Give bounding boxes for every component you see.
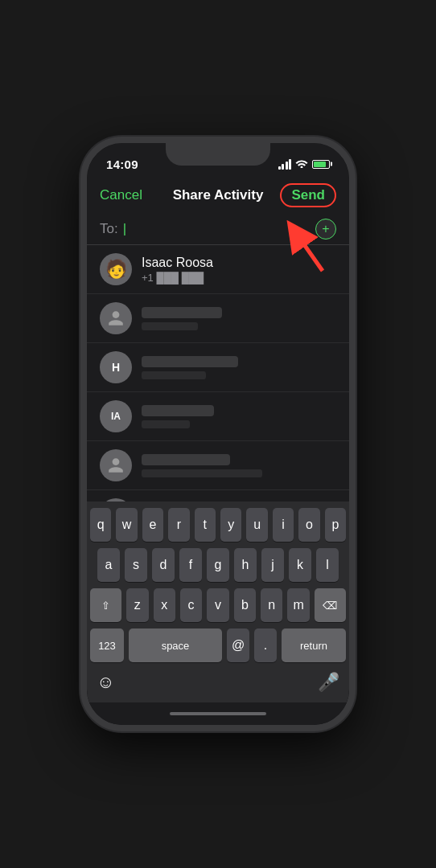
home-indicator xyxy=(87,702,349,725)
key-h[interactable]: h xyxy=(234,548,257,582)
contact-name-blurred xyxy=(142,405,214,416)
keyboard-bottom: ☺ 🎤 xyxy=(90,669,346,699)
mic-key[interactable]: 🎤 xyxy=(318,672,339,693)
contact-list: 🧑 Isaac Roosa +1 ███ ███ xyxy=(87,245,349,502)
contact-name-blurred xyxy=(142,454,230,465)
key-i[interactable]: i xyxy=(273,508,294,542)
avatar xyxy=(100,449,132,481)
key-b[interactable]: b xyxy=(234,588,256,622)
signal-icon xyxy=(278,159,292,170)
to-label: To: xyxy=(100,221,118,237)
screen: 14:09 Cancel S xyxy=(87,143,349,725)
keyboard-row-1: q w e r t y u i o p xyxy=(90,508,346,542)
space-key[interactable]: space xyxy=(129,628,222,662)
key-z[interactable]: z xyxy=(126,588,148,622)
key-r[interactable]: r xyxy=(168,508,189,542)
list-item[interactable] xyxy=(87,441,349,490)
key-n[interactable]: n xyxy=(261,588,282,622)
contact-info xyxy=(142,307,336,330)
key-c[interactable]: c xyxy=(180,588,202,622)
list-item[interactable]: H xyxy=(87,343,349,392)
phone-frame: 14:09 Cancel S xyxy=(80,137,356,731)
status-icons xyxy=(278,158,331,170)
send-button[interactable]: Send xyxy=(280,183,336,207)
add-recipient-button[interactable]: + xyxy=(315,219,336,240)
key-l[interactable]: l xyxy=(316,548,339,582)
key-f[interactable]: f xyxy=(179,548,202,582)
key-j[interactable]: j xyxy=(261,548,284,582)
key-s[interactable]: s xyxy=(125,548,147,582)
avatar: 🧑 xyxy=(100,253,132,285)
to-input[interactable]: | xyxy=(123,221,126,237)
avatar: IA xyxy=(100,400,132,432)
battery-icon xyxy=(312,160,330,169)
contact-name-blurred xyxy=(142,356,238,367)
contact-info xyxy=(142,454,336,477)
key-k[interactable]: k xyxy=(289,548,311,582)
key-v[interactable]: v xyxy=(207,588,228,622)
list-item[interactable] xyxy=(87,490,349,502)
list-item[interactable] xyxy=(87,294,349,343)
contact-sub-blurred xyxy=(142,322,198,330)
key-p[interactable]: p xyxy=(325,508,346,542)
page-title: Share Activity xyxy=(173,187,264,203)
key-a[interactable]: a xyxy=(97,548,120,582)
contact-sub-blurred xyxy=(142,469,262,477)
contact-sub-blurred xyxy=(142,420,190,428)
key-g[interactable]: g xyxy=(207,548,229,582)
keyboard: q w e r t y u i o p a s d f g h j k xyxy=(87,502,349,702)
key-x[interactable]: x xyxy=(154,588,175,622)
status-bar: 14:09 xyxy=(87,143,349,178)
nav-bar: Cancel Share Activity Send xyxy=(87,178,349,214)
status-time: 14:09 xyxy=(106,158,138,171)
delete-key[interactable]: ⌫ xyxy=(315,588,346,622)
shift-key[interactable]: ⇧ xyxy=(90,588,121,622)
emoji-key[interactable]: ☺ xyxy=(97,672,114,693)
wifi-icon xyxy=(295,158,308,170)
key-u[interactable]: u xyxy=(246,508,267,542)
key-o[interactable]: o xyxy=(298,508,319,542)
cancel-button[interactable]: Cancel xyxy=(100,187,142,203)
keyboard-row-2: a s d f g h j k l xyxy=(90,548,346,582)
key-y[interactable]: y xyxy=(220,508,241,542)
key-d[interactable]: d xyxy=(152,548,175,582)
list-item[interactable]: IA xyxy=(87,392,349,441)
list-item[interactable]: 🧑 Isaac Roosa +1 ███ ███ xyxy=(87,245,349,294)
period-key[interactable]: . xyxy=(254,628,277,662)
contact-info xyxy=(142,405,336,428)
avatar: H xyxy=(100,351,132,383)
contact-info: Isaac Roosa +1 ███ ███ xyxy=(142,256,336,284)
key-q[interactable]: q xyxy=(90,508,111,542)
contact-name: Isaac Roosa xyxy=(142,256,336,270)
numbers-key[interactable]: 123 xyxy=(90,628,124,662)
keyboard-row-4: 123 space @ . return xyxy=(90,628,346,662)
avatar xyxy=(100,302,132,334)
contact-info xyxy=(142,356,336,379)
keyboard-row-3: ⇧ z x c v b n m ⌫ xyxy=(90,588,346,622)
contact-subtitle: +1 ███ ███ xyxy=(142,272,336,284)
return-key[interactable]: return xyxy=(282,628,346,662)
to-field[interactable]: To: | + xyxy=(87,214,349,245)
home-bar xyxy=(170,712,266,715)
key-t[interactable]: t xyxy=(195,508,216,542)
contact-name-blurred xyxy=(142,307,222,318)
key-m[interactable]: m xyxy=(287,588,309,622)
key-w[interactable]: w xyxy=(116,508,137,542)
at-key[interactable]: @ xyxy=(227,628,249,662)
key-e[interactable]: e xyxy=(142,508,163,542)
contact-sub-blurred xyxy=(142,371,206,379)
